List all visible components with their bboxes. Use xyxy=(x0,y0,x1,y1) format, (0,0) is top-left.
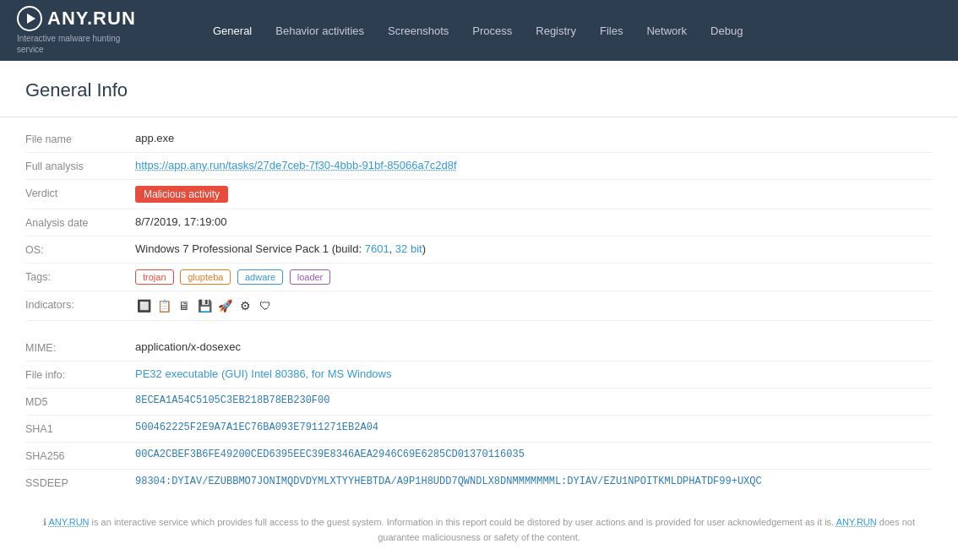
logo-area: ANY.RUN Interactive malware hunting serv… xyxy=(17,6,169,55)
indicator-icon-1[interactable]: 🔲 xyxy=(135,297,152,314)
value-ssdeep: 98304:DYIAV/EZUBBMO7JONIMQDVDYMLXTYYHEBT… xyxy=(135,476,933,487)
tag-trojan[interactable]: trojan xyxy=(135,269,174,285)
svg-marker-1 xyxy=(27,14,35,24)
tag-glupteba[interactable]: glupteba xyxy=(180,269,231,285)
label-os: OS: xyxy=(25,242,135,256)
nav: General Behavior activities Screenshots … xyxy=(203,18,941,44)
value-file-info: PE32 executable (GUI) Intel 80386, for M… xyxy=(135,367,933,380)
nav-item-registry[interactable]: Registry xyxy=(525,18,586,44)
footer-note-text: ANY.RUN is an interactive service which … xyxy=(48,517,915,542)
tag-loader[interactable]: loader xyxy=(290,269,331,285)
label-mime: MIME: xyxy=(25,340,135,354)
nav-item-process[interactable]: Process xyxy=(462,18,522,44)
label-md5: MD5 xyxy=(25,394,135,408)
logo-tagline: Interactive malware hunting service xyxy=(17,33,169,55)
row-sha256: SHA256 00CA2CBEF3B6FE49200CED6395EEC39E8… xyxy=(25,443,933,470)
value-sha1: 500462225F2E9A7A1EC76BA093E7911271EB2A04 xyxy=(135,421,933,433)
label-sha256: SHA256 xyxy=(25,449,135,462)
indicator-icon-7[interactable]: 🛡 xyxy=(257,297,274,314)
indicator-icon-5[interactable]: 🚀 xyxy=(216,297,233,314)
indicator-icon-3[interactable]: 🖥 xyxy=(176,297,193,314)
row-tags: Tags: trojan glupteba adware loader xyxy=(25,264,933,291)
row-sha1: SHA1 500462225F2E9A7A1EC76BA093E7911271E… xyxy=(25,416,933,443)
os-bit-link[interactable]: 32 bit xyxy=(395,242,422,255)
indicator-icon-2[interactable]: 📋 xyxy=(155,297,172,314)
value-mime: application/x-dosexec xyxy=(135,340,933,353)
footer-note: ℹ ANY.RUN is an interactive service whic… xyxy=(0,505,958,560)
os-text: Windows 7 Professional Service Pack 1 (b… xyxy=(135,242,426,255)
footer-anyrun-link-1[interactable]: ANY.RUN xyxy=(48,517,89,527)
logo-icon xyxy=(17,6,42,31)
row-md5: MD5 8ECEA1A54C5105C3EB218B78EB230F00 xyxy=(25,389,933,416)
nav-item-behavior[interactable]: Behavior activities xyxy=(265,18,374,44)
footer-info-icon: ℹ xyxy=(43,517,46,527)
label-full-analysis: Full analysis xyxy=(25,159,135,172)
row-file-info: File info: PE32 executable (GUI) Intel 8… xyxy=(25,362,933,389)
nav-item-general[interactable]: General xyxy=(203,18,262,44)
label-file-info: File info: xyxy=(25,367,135,381)
divider-row xyxy=(25,321,933,334)
file-info-link[interactable]: PE32 executable (GUI) Intel 80386, for M… xyxy=(135,367,391,380)
os-build-link[interactable]: 7601 xyxy=(365,242,389,255)
label-ssdeep: SSDEEP xyxy=(25,476,135,489)
value-indicators: 🔲 📋 🖥 💾 🚀 ⚙ 🛡 xyxy=(135,297,933,314)
row-indicators: Indicators: 🔲 📋 🖥 💾 🚀 ⚙ 🛡 xyxy=(25,291,933,321)
value-verdict: Malicious activity xyxy=(135,186,933,203)
label-analysis-date: Analysis date xyxy=(25,215,135,229)
logo-text: ANY.RUN xyxy=(47,8,136,30)
value-md5: 8ECEA1A54C5105C3EB218B78EB230F00 xyxy=(135,394,933,406)
row-analysis-date: Analysis date 8/7/2019, 17:19:00 xyxy=(25,209,933,237)
row-os: OS: Windows 7 Professional Service Pack … xyxy=(25,237,933,264)
value-full-analysis: https://app.any.run/tasks/27de7ceb-7f30-… xyxy=(135,159,933,171)
row-file-name: File name app.exe xyxy=(25,126,933,153)
nav-item-network[interactable]: Network xyxy=(636,18,697,44)
indicator-icon-4[interactable]: 💾 xyxy=(196,297,213,314)
nav-item-screenshots[interactable]: Screenshots xyxy=(378,18,459,44)
label-tags: Tags: xyxy=(25,269,135,283)
nav-item-files[interactable]: Files xyxy=(590,18,633,44)
logo-brand: ANY.RUN xyxy=(17,6,169,31)
full-analysis-link[interactable]: https://app.any.run/tasks/27de7ceb-7f30-… xyxy=(135,159,457,171)
footer-anyrun-link-2[interactable]: ANY.RUN xyxy=(836,517,877,527)
page-content: General Info File name app.exe Full anal… xyxy=(0,61,958,560)
header: ANY.RUN Interactive malware hunting serv… xyxy=(0,0,958,61)
info-table: File name app.exe Full analysis https://… xyxy=(0,117,958,505)
value-analysis-date: 8/7/2019, 17:19:00 xyxy=(135,215,933,228)
label-sha1: SHA1 xyxy=(25,421,135,435)
row-ssdeep: SSDEEP 98304:DYIAV/EZUBBMO7JONIMQDVDYMLX… xyxy=(25,470,933,497)
verdict-badge: Malicious activity xyxy=(135,186,228,203)
row-full-analysis: Full analysis https://app.any.run/tasks/… xyxy=(25,153,933,180)
indicator-icon-6[interactable]: ⚙ xyxy=(237,297,253,314)
row-mime: MIME: application/x-dosexec xyxy=(25,334,933,362)
nav-item-debug[interactable]: Debug xyxy=(700,18,753,44)
label-indicators: Indicators: xyxy=(25,297,135,311)
row-verdict: Verdict Malicious activity xyxy=(25,180,933,209)
value-sha256: 00CA2CBEF3B6FE49200CED6395EEC39E8346AEA2… xyxy=(135,449,933,460)
label-verdict: Verdict xyxy=(25,186,135,199)
value-os: Windows 7 Professional Service Pack 1 (b… xyxy=(135,242,933,255)
tag-adware[interactable]: adware xyxy=(237,269,283,285)
value-file-name: app.exe xyxy=(135,132,933,144)
value-tags: trojan glupteba adware loader xyxy=(135,269,933,285)
label-file-name: File name xyxy=(25,132,135,145)
page-title: General Info xyxy=(0,61,958,117)
